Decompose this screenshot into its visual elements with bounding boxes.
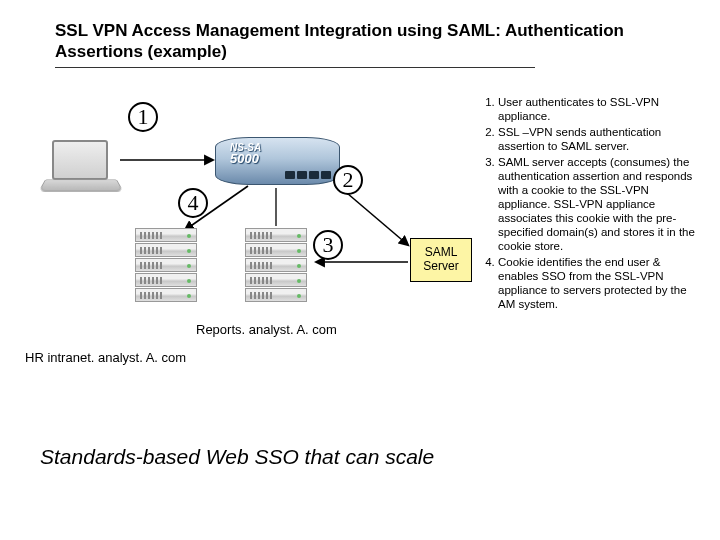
title-underline bbox=[55, 67, 535, 68]
step-circle-1: 1 bbox=[128, 102, 158, 132]
tagline: Standards-based Web SSO that can scale bbox=[40, 445, 434, 469]
appliance-model: 5000 bbox=[230, 151, 261, 166]
page-title: SSL VPN Access Management Integration us… bbox=[55, 20, 690, 63]
ssl-vpn-appliance-icon: NS-SA 5000 bbox=[215, 137, 340, 185]
step-text-3: SAML server accepts (consumes) the authe… bbox=[498, 155, 695, 253]
architecture-diagram: NS-SA 5000 SAML Server 1 2 3 4 HR intran… bbox=[20, 90, 700, 420]
laptop-icon bbox=[42, 140, 120, 202]
domain-label-reports: Reports. analyst. A. com bbox=[196, 322, 337, 337]
step-circle-2: 2 bbox=[333, 165, 363, 195]
saml-server-box: SAML Server bbox=[410, 238, 472, 282]
domain-label-hr: HR intranet. analyst. A. com bbox=[25, 350, 186, 365]
step-text-2: SSL –VPN sends authentication assertion … bbox=[498, 125, 695, 153]
step-text-1: User authenticates to SSL-VPN appliance. bbox=[498, 95, 695, 123]
step-circle-4: 4 bbox=[178, 188, 208, 218]
steps-explanation: User authenticates to SSL-VPN appliance.… bbox=[480, 95, 695, 313]
server-stack-hr bbox=[135, 228, 197, 303]
step-text-4: Cookie identifies the end user & enables… bbox=[498, 255, 695, 311]
step-circle-3: 3 bbox=[313, 230, 343, 260]
server-stack-reports bbox=[245, 228, 307, 303]
